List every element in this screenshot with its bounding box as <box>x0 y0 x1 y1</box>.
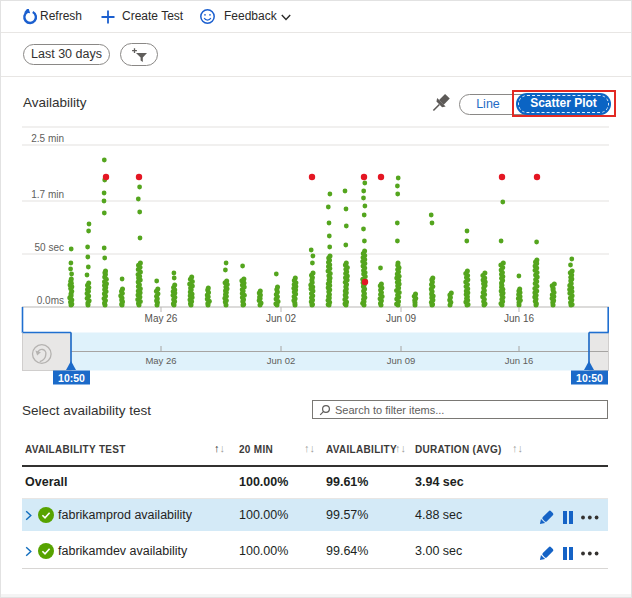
svg-text:May 26: May 26 <box>145 313 178 324</box>
svg-text:Jun 16: Jun 16 <box>504 313 534 324</box>
svg-text:Jun 16: Jun 16 <box>505 355 534 366</box>
svg-text:10:50: 10:50 <box>576 372 603 384</box>
svg-text:1.7 min: 1.7 min <box>31 189 64 200</box>
svg-text:0.0ms: 0.0ms <box>37 295 64 306</box>
svg-text:10:50: 10:50 <box>58 372 85 384</box>
svg-text:Jun 02: Jun 02 <box>266 313 296 324</box>
svg-text:2.5 min: 2.5 min <box>31 133 64 144</box>
svg-text:Jun 09: Jun 09 <box>386 313 416 324</box>
svg-text:Jun 09: Jun 09 <box>387 355 416 366</box>
svg-text:50 sec: 50 sec <box>35 242 64 253</box>
svg-text:May 26: May 26 <box>145 355 176 366</box>
svg-text:Jun 02: Jun 02 <box>267 355 296 366</box>
